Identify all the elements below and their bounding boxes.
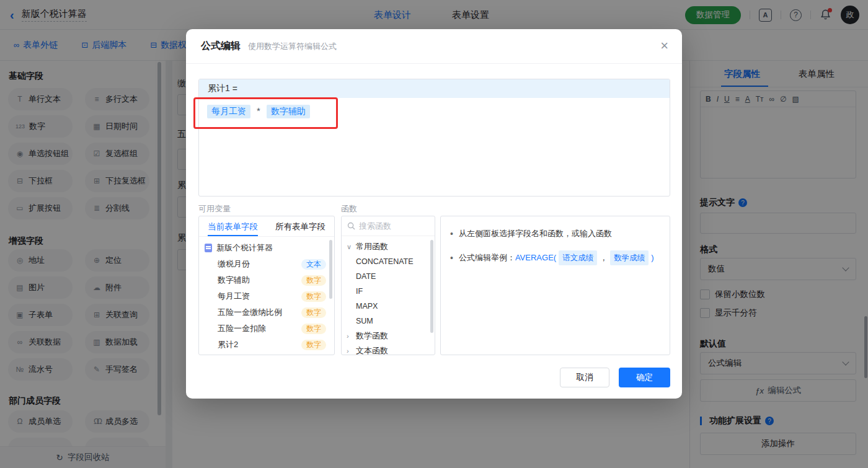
formula-operator: *	[257, 105, 260, 116]
type-badge: 数字	[301, 307, 326, 318]
example-chip: 数学成绩	[610, 250, 649, 265]
bullet-icon: •	[450, 251, 453, 265]
function-item[interactable]: MAPX	[342, 299, 435, 314]
type-badge: 文本	[301, 259, 326, 270]
variables-form-node[interactable]: 新版个税计算器	[199, 240, 334, 256]
help-example: • 公式编辑举例：AVERAGE(语文成绩，数学成绩)	[450, 250, 660, 265]
formula-input-area[interactable]: 累计1 = 每月工资 * 数字辅助	[198, 79, 670, 196]
function-group-text[interactable]: › 文本函数	[342, 343, 435, 355]
function-search[interactable]	[342, 216, 435, 236]
chevron-open-icon: ∨	[347, 243, 353, 251]
variable-row-partial[interactable]	[199, 353, 334, 355]
tab-current-form-fields[interactable]: 当前表单字段	[199, 216, 267, 236]
type-badge: 数字	[301, 275, 326, 286]
tab-all-form-fields[interactable]: 所有表单字段	[267, 216, 334, 236]
variable-row[interactable]: 数字辅助数字	[199, 272, 334, 288]
function-item[interactable]: SUM	[342, 314, 435, 329]
confirm-button[interactable]: 确定	[619, 368, 670, 387]
formula-token-field[interactable]: 每月工资	[207, 105, 250, 118]
variable-row[interactable]: 累计2数字	[199, 337, 334, 353]
function-item[interactable]: CONCATENATE	[342, 254, 435, 269]
formula-content[interactable]: 每月工资 * 数字辅助	[199, 98, 670, 125]
cancel-button[interactable]: 取消	[560, 368, 609, 387]
modal-title: 公式编辑	[201, 40, 241, 53]
formula-help-panel: • 从左侧面板选择字段名和函数，或输入函数 • 公式编辑举例：AVERAGE(语…	[440, 216, 670, 355]
modal-subtitle: 使用数学运算符编辑公式	[248, 41, 337, 52]
equals-sign: =	[232, 84, 237, 94]
close-icon[interactable]: ×	[660, 39, 668, 53]
variables-label: 可用变量	[198, 203, 231, 214]
variable-row[interactable]: 每月工资数字	[199, 288, 334, 304]
functions-scrollbar[interactable]	[430, 240, 433, 333]
modal-header: 公式编辑 使用数学运算符编辑公式	[186, 29, 682, 64]
help-tip: • 从左侧面板选择字段名和函数，或输入函数	[450, 227, 660, 241]
variables-panel: 当前表单字段 所有表单字段 新版个税计算器 缴税月份文本 数字辅助数字 每月工资…	[198, 216, 335, 355]
function-item[interactable]: IF	[342, 284, 435, 299]
formula-editor-modal: 公式编辑 使用数学运算符编辑公式 × 累计1 = 每月工资 * 数字辅助 可用变…	[186, 29, 682, 399]
example-chip: 语文成绩	[559, 250, 597, 265]
variable-row[interactable]: 五险一金缴纳比例数字	[199, 304, 334, 320]
variables-tabs: 当前表单字段 所有表单字段	[199, 216, 334, 237]
formula-target: 累计1	[208, 83, 230, 94]
type-badge: 数字	[301, 324, 326, 334]
type-badge: 数字	[301, 291, 326, 302]
type-badge: 数字	[301, 340, 326, 350]
bullet-icon: •	[450, 227, 453, 241]
variable-row[interactable]: 五险一金扣除数字	[199, 320, 334, 337]
search-icon	[347, 222, 355, 230]
functions-panel: ∨ 常用函数 CONCATENATE DATE IF MAPX SUM › 数学…	[341, 216, 435, 355]
functions-label: 函数	[341, 203, 357, 214]
chevron-right-icon: ›	[347, 347, 353, 355]
variable-row[interactable]: 缴税月份文本	[199, 256, 334, 272]
function-group-math[interactable]: › 数学函数	[342, 329, 435, 343]
function-item[interactable]: DATE	[342, 269, 435, 284]
function-group-common[interactable]: ∨ 常用函数	[342, 239, 435, 254]
chevron-right-icon: ›	[347, 332, 353, 340]
formula-target-strip: 累计1 =	[199, 79, 670, 98]
form-doc-icon	[205, 244, 212, 252]
function-search-input[interactable]	[359, 221, 421, 231]
formula-token-field[interactable]: 数字辅助	[267, 105, 310, 118]
variables-scrollbar[interactable]	[329, 240, 332, 299]
